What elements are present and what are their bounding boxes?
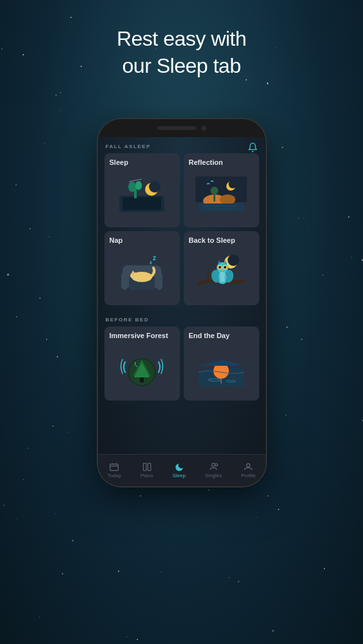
nav-sleep[interactable]: Sleep: [172, 462, 185, 478]
card-end-the-day-title: End the Day: [189, 332, 254, 339]
before-bed-grid: Immersive Forest: [98, 327, 266, 401]
svg-point-12: [220, 194, 235, 205]
section-before-bed-label: BEFORE BED: [98, 310, 266, 327]
svg-point-3: [149, 181, 161, 193]
nav-singles-label: Singles: [205, 473, 222, 478]
nav-profile[interactable]: Profile: [241, 462, 256, 478]
svg-point-14: [211, 187, 219, 194]
fall-asleep-grid: Sleep: [98, 153, 266, 305]
svg-point-43: [219, 272, 226, 282]
header: Rest easy with our Sleep tab: [0, 26, 363, 79]
svg-point-38: [219, 266, 221, 269]
card-immersive-forest-illustration: [110, 342, 175, 395]
card-reflection[interactable]: Reflection: [184, 153, 259, 227]
svg-rect-55: [143, 463, 146, 470]
card-sleep-illustration: [110, 169, 175, 222]
svg-rect-56: [148, 463, 150, 470]
svg-point-31: [228, 254, 239, 266]
front-camera: [201, 126, 206, 131]
nav-plans[interactable]: Plans: [141, 462, 153, 478]
notch-bar: [157, 126, 196, 130]
svg-point-39: [224, 266, 226, 269]
card-end-the-day-illustration: [189, 342, 254, 395]
card-immersive-forest-title: Immersive Forest: [110, 332, 175, 339]
header-line2: our Sleep tab: [0, 53, 363, 80]
card-nap-title: Nap: [110, 236, 175, 244]
svg-rect-23: [153, 288, 157, 293]
svg-marker-34: [218, 260, 221, 264]
card-back-to-sleep-title: Back to Sleep: [189, 236, 254, 244]
card-reflection-title: Reflection: [189, 158, 254, 166]
svg-rect-22: [126, 288, 130, 293]
nav-sleep-label: Sleep: [172, 473, 185, 478]
svg-rect-20: [121, 272, 129, 290]
header-line1: Rest easy with: [0, 26, 363, 53]
svg-text:z: z: [150, 260, 152, 265]
svg-rect-1: [123, 197, 161, 210]
card-sleep[interactable]: Sleep: [104, 153, 180, 227]
svg-text:z: z: [153, 254, 156, 261]
card-back-to-sleep-illustration: [189, 247, 254, 300]
svg-line-7: [129, 179, 142, 182]
svg-point-57: [211, 463, 215, 466]
phone-screen: FALL ASLEEP Sleep: [98, 137, 266, 454]
card-back-to-sleep[interactable]: Back to Sleep: [184, 231, 259, 305]
phone: FALL ASLEEP Sleep: [98, 119, 266, 486]
nav-singles[interactable]: Singles: [205, 462, 222, 478]
bottom-nav: Today Plans Sleep: [98, 454, 266, 486]
svg-point-59: [247, 464, 250, 467]
nav-profile-label: Profile: [241, 473, 256, 478]
section-fall-asleep-label: FALL ASLEEP: [98, 137, 266, 153]
card-reflection-illustration: [189, 169, 254, 222]
svg-rect-21: [155, 272, 162, 290]
svg-point-58: [215, 464, 217, 466]
svg-point-10: [229, 180, 237, 188]
nav-today-label: Today: [107, 473, 121, 478]
card-nap-illustration: z z: [110, 247, 175, 300]
svg-point-5: [128, 182, 136, 192]
phone-notch: [98, 119, 266, 137]
card-immersive-forest[interactable]: Immersive Forest: [104, 327, 180, 401]
phone-frame: FALL ASLEEP Sleep: [98, 119, 266, 486]
svg-point-6: [135, 181, 142, 190]
nav-plans-label: Plans: [141, 473, 153, 478]
nav-today[interactable]: Today: [107, 462, 121, 478]
card-end-the-day[interactable]: End the Day: [184, 327, 259, 401]
card-sleep-title: Sleep: [110, 158, 175, 166]
svg-rect-51: [110, 464, 119, 471]
card-nap[interactable]: Nap: [104, 231, 180, 305]
svg-rect-15: [199, 204, 244, 211]
